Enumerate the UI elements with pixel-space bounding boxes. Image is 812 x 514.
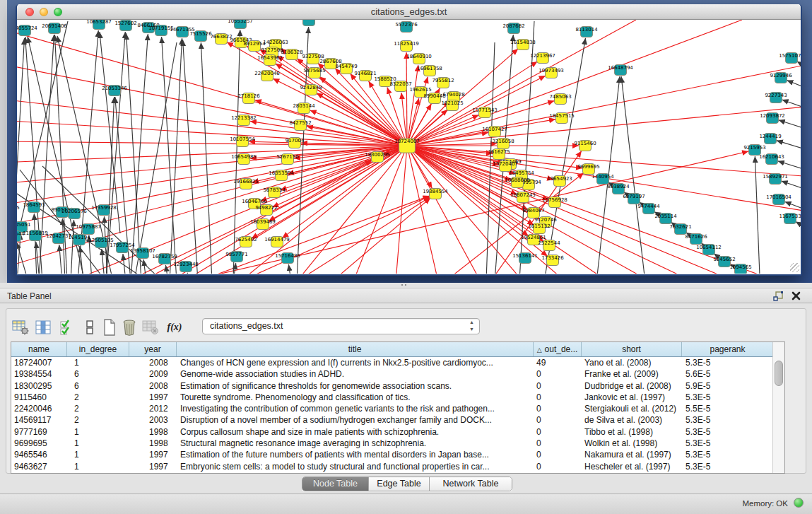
network-node[interactable]: 11156819 — [23, 230, 48, 241]
network-node[interactable]: 20691406 — [42, 23, 67, 34]
network-node[interactable]: 15892971 — [763, 174, 788, 185]
table-cell[interactable]: 18300295 — [11, 380, 67, 392]
network-node[interactable]: 1094565 — [729, 264, 751, 274]
network-node[interactable]: 10756928 — [542, 197, 567, 208]
table-cell[interactable]: Jankovic et al. (1997) — [582, 392, 682, 403]
table-cell[interactable]: 6 — [67, 380, 129, 392]
new-column-icon[interactable] — [100, 318, 119, 337]
table-cell[interactable]: 2008 — [129, 380, 177, 392]
table-cell[interactable]: 2 — [67, 414, 129, 426]
network-node[interactable]: 18457515 — [549, 113, 575, 124]
table-cell[interactable]: 0 — [534, 449, 582, 460]
table-cell[interactable]: 1 — [67, 438, 129, 449]
table-cell[interactable]: 2012 — [129, 403, 177, 414]
network-node[interactable]: 1145194 — [68, 235, 90, 245]
table-cell[interactable]: Estimation of the future numbers of pati… — [177, 449, 534, 460]
scrollbar-thumb[interactable] — [775, 361, 783, 386]
network-node[interactable]: 10654985 — [231, 154, 257, 165]
table-cell[interactable]: 19384554 — [11, 368, 67, 380]
network-node[interactable]: 15716485 — [275, 253, 300, 264]
network-node[interactable]: 7515526 — [189, 31, 212, 42]
network-node[interactable]: 12923448 — [173, 262, 199, 272]
network-node[interactable]: 10107554 — [230, 136, 255, 147]
network-node[interactable]: 2935114 — [654, 214, 677, 224]
network-node[interactable]: 10653287 — [86, 20, 112, 30]
table-cell[interactable]: 1998 — [129, 438, 177, 449]
table-cell[interactable]: 1997 — [129, 392, 177, 403]
table-cell[interactable]: 9465546 — [11, 449, 67, 460]
column-header-out_de[interactable]: △out_de... — [534, 342, 582, 356]
network-node[interactable]: 2087682 — [502, 23, 524, 34]
table-cell[interactable]: 9777169 — [11, 426, 67, 438]
table-cell[interactable]: Tibbo et al. (1998) — [582, 426, 682, 438]
table-cell[interactable]: 18724007 — [11, 357, 67, 368]
table-cell[interactable]: Tourette syndrome. Phenomenology and cla… — [177, 392, 534, 403]
resize-grip-icon[interactable] — [790, 263, 799, 272]
network-node[interactable]: 24055724 — [17, 25, 37, 36]
network-node[interactable]: 8427552 — [289, 120, 311, 131]
table-cell[interactable]: 0 — [534, 403, 582, 414]
table-cell[interactable]: Disruption of a novel member of a sodium… — [177, 414, 534, 426]
column-header-year[interactable]: year — [129, 342, 177, 356]
table-cell[interactable]: 5.3E-5 — [682, 449, 774, 460]
close-panel-icon[interactable] — [792, 291, 801, 300]
row-selection-icon[interactable] — [57, 318, 77, 337]
table-cell[interactable]: 0 — [534, 392, 582, 403]
network-node[interactable]: 16543962 — [257, 55, 283, 66]
column-header-short[interactable]: short — [582, 342, 682, 356]
table-cell[interactable]: 2009 — [129, 368, 177, 380]
network-node[interactable]: 1167533 — [779, 214, 801, 224]
table-cell[interactable]: Embryonic stem cells: a model to study s… — [177, 461, 534, 472]
network-node[interactable]: 8186328 — [281, 49, 302, 60]
table-cell[interactable]: 22420046 — [11, 403, 67, 414]
table-selector[interactable]: citations_edges.txt ▲▼ — [202, 318, 480, 334]
table-row[interactable]: 946554611997Estimation of the future num… — [11, 449, 784, 460]
network-node[interactable]: 7485063 — [549, 94, 571, 105]
table-cell[interactable]: Franke et al. (2009) — [582, 368, 682, 380]
column-header-title[interactable]: title — [177, 342, 534, 356]
table-cell[interactable]: 5.3E-5 — [682, 357, 774, 368]
table-cell[interactable]: 9699695 — [11, 438, 67, 449]
table-row[interactable]: 911546021997Tourette syndrome. Phenomeno… — [11, 392, 784, 403]
table-cell[interactable]: Investigating the contribution of common… — [177, 403, 534, 414]
network-node[interactable]: 1244419 — [759, 134, 781, 144]
network-node[interactable]: 10553257 — [228, 20, 253, 29]
network-node[interactable]: 8113014 — [575, 27, 598, 37]
table-row[interactable]: 1830029562008Estimation of significance … — [11, 380, 784, 392]
network-node[interactable]: 16961758 — [417, 66, 442, 76]
network-node[interactable]: 16914479 — [264, 237, 290, 247]
network-canvas[interactable]: 1872400718300295193845549115460969969514… — [17, 20, 801, 274]
window-titlebar[interactable]: citations_edges.txt — [17, 4, 801, 20]
table-cell[interactable]: Dudbridge et al. (2008) — [582, 380, 682, 392]
network-node[interactable]: 11325419 — [394, 41, 419, 52]
table-cell[interactable]: 5.3E-5 — [682, 426, 774, 438]
function-builder-icon[interactable]: f(x) — [165, 318, 184, 337]
table-cell[interactable]: Nakamura et al. (1997) — [582, 449, 682, 460]
splitter-handle[interactable] — [400, 283, 408, 287]
network-node[interactable]: 22420046 — [254, 71, 280, 81]
network-node[interactable]: 9146821 — [354, 71, 376, 81]
table-cell[interactable]: 2 — [67, 392, 129, 403]
network-node[interactable]: 7955812 — [432, 78, 454, 88]
network-node[interactable]: 7663822 — [210, 34, 232, 45]
network-node[interactable]: 1615132 — [528, 223, 550, 234]
network-node[interactable]: 12213967 — [530, 53, 555, 64]
import-table-icon[interactable] — [141, 318, 160, 337]
table-cell[interactable]: 2008 — [129, 357, 177, 368]
table-cell[interactable]: 9463627 — [11, 461, 67, 472]
table-cell[interactable]: 5.3E-5 — [682, 414, 774, 426]
network-node[interactable]: 6879197 — [623, 194, 645, 204]
table-cell[interactable]: 5.3E-5 — [682, 461, 774, 472]
table-cell[interactable]: Hescheler et al. (1997) — [582, 461, 682, 472]
network-node[interactable]: 8938924 — [607, 184, 630, 194]
tab-node-table[interactable]: Node Table — [302, 477, 369, 491]
network-node[interactable]: 15123404 — [296, 20, 322, 26]
network-node[interactable]: 1616275 — [488, 149, 510, 160]
network-node[interactable]: 12213382 — [231, 115, 257, 126]
table-settings-icon[interactable] — [11, 318, 30, 337]
vertical-scrollbar[interactable] — [772, 342, 784, 473]
table-row[interactable]: 1456911722003Disruption of a novel membe… — [11, 414, 784, 426]
table-row[interactable]: 969969511998Structural magnetic resonanc… — [11, 438, 784, 449]
network-node[interactable]: 15136141 — [512, 253, 538, 264]
network-node[interactable]: 7625402 — [235, 237, 257, 247]
